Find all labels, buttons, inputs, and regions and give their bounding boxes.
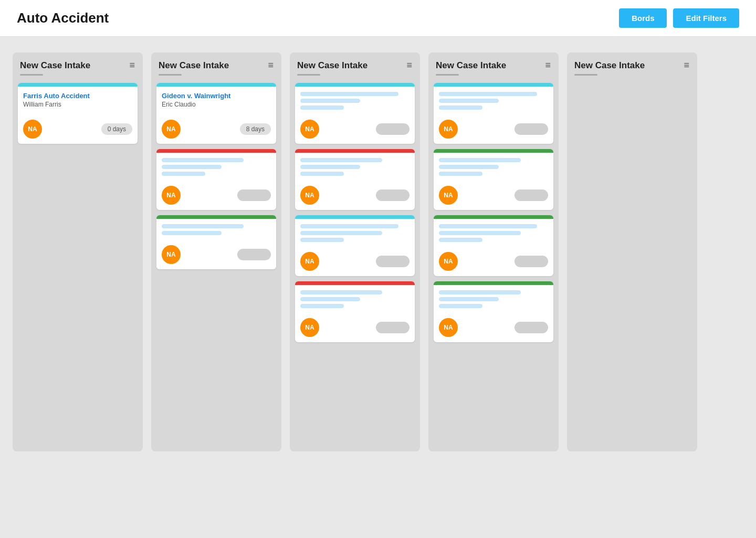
card-placeholder-line [162,231,222,235]
avatar: NA [23,120,42,139]
card-bar-cyan [295,83,415,87]
card-placeholder-line [439,165,499,169]
card-3-3[interactable]: NA [295,215,415,276]
avatar: NA [162,120,181,139]
card-body [434,219,553,250]
column-menu-icon-2[interactable]: ≡ [268,60,274,71]
card-body [295,87,415,118]
card-body [295,285,415,316]
days-badge-placeholder [376,123,410,135]
card-placeholder-line [439,238,482,242]
card-4-2[interactable]: NA [434,149,553,210]
card-footer: NA [434,120,553,144]
card-4-4[interactable]: NA [434,281,553,342]
column-5: New Case Intake≡ [567,52,697,451]
avatar: NA [300,318,319,337]
card-subtitle: William Farris [23,101,132,108]
card-3-4[interactable]: NA [295,281,415,342]
card-2-2[interactable]: NA [156,149,276,210]
card-placeholder-line [162,165,222,169]
card-title: Farris Auto Accident [23,92,132,100]
column-underline-2 [159,74,182,76]
card-body [295,219,415,250]
card-body [156,219,276,243]
card-placeholder-line [300,158,382,162]
days-badge: 8 days [240,123,271,135]
column-menu-icon-3[interactable]: ≡ [406,60,413,71]
avatar: NA [300,120,319,139]
card-bar-red [295,281,415,285]
card-placeholder-line [439,99,499,103]
column-title-2: New Case Intake [159,60,229,71]
days-badge-placeholder [514,189,548,201]
header-buttons: Bords Edit Filters [619,8,739,28]
card-2-3[interactable]: NA [156,215,276,269]
card-2-1[interactable]: Gideon v. WainwrightEric ClaudioNA8 days [156,83,276,144]
card-placeholder-line [162,224,244,228]
card-placeholder-line [162,172,205,176]
card-placeholder-line [300,165,360,169]
column-menu-icon-4[interactable]: ≡ [545,60,551,71]
column-cards-1: Farris Auto AccidentWilliam FarrisNA0 da… [13,81,143,144]
card-footer: NA [434,252,553,276]
column-underline-4 [436,74,459,76]
column-menu-icon-5[interactable]: ≡ [684,60,690,71]
column-underline-1 [20,74,43,76]
column-cards-2: Gideon v. WainwrightEric ClaudioNA8 days… [151,81,281,269]
card-bar-green [156,215,276,219]
column-1: New Case Intake≡Farris Auto AccidentWill… [13,52,143,451]
card-bar-red [156,149,276,153]
days-badge-placeholder [376,322,410,333]
column-menu-icon-1[interactable]: ≡ [129,60,135,71]
card-placeholder-line [300,238,344,242]
card-footer: NA [295,186,415,210]
avatar: NA [300,252,319,271]
boards-button[interactable]: Bords [619,8,667,28]
card-footer: NA [434,318,553,342]
card-placeholder-line [162,158,244,162]
days-badge-placeholder [376,189,410,201]
card-placeholder-line [300,99,360,103]
card-placeholder-line [439,172,482,176]
days-badge-placeholder [376,256,410,267]
card-1-1[interactable]: Farris Auto AccidentWilliam FarrisNA0 da… [18,83,138,144]
card-bar-red [295,149,415,153]
card-placeholder-line [439,92,537,96]
card-bar-cyan [295,215,415,219]
card-body [434,153,553,184]
avatar: NA [162,245,181,264]
card-bar-green [434,281,553,285]
column-header-4: New Case Intake≡ [428,52,559,74]
card-footer: NA [295,318,415,342]
card-body [434,285,553,316]
card-bar-green [434,215,553,219]
card-placeholder-line [300,231,382,235]
avatar: NA [439,120,458,139]
days-badge-placeholder [237,249,271,260]
card-placeholder-line [439,158,521,162]
card-placeholder-line [439,304,482,308]
card-3-2[interactable]: NA [295,149,415,210]
column-2: New Case Intake≡Gideon v. WainwrightEric… [151,52,281,451]
card-4-3[interactable]: NA [434,215,553,276]
card-placeholder-line [439,290,521,294]
card-bar-cyan [18,83,138,87]
card-bar-cyan [434,83,553,87]
column-4: New Case Intake≡NANANANA [428,52,559,451]
edit-filters-button[interactable]: Edit Filters [673,8,739,28]
card-footer: NA [295,120,415,144]
card-placeholder-line [439,224,537,228]
days-badge-placeholder [514,256,548,267]
card-placeholder-line [300,172,344,176]
card-placeholder-line [300,92,398,96]
card-4-1[interactable]: NA [434,83,553,144]
card-placeholder-line [300,290,382,294]
card-3-1[interactable]: NA [295,83,415,144]
avatar: NA [300,186,319,205]
card-body [434,87,553,118]
card-placeholder-line [300,297,360,301]
card-placeholder-line [439,297,499,301]
column-title-4: New Case Intake [436,60,506,71]
card-title: Gideon v. Wainwright [162,92,271,100]
card-placeholder-line [300,224,398,228]
